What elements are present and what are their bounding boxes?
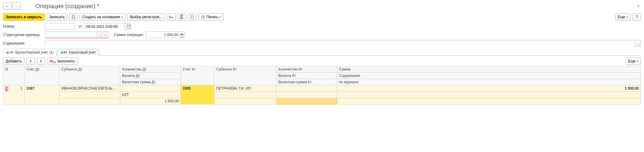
svg-rect-9	[127, 25, 130, 28]
toolbar-more-button[interactable]: Еще	[615, 13, 631, 21]
cell-content[interactable]	[337, 92, 641, 98]
col-sub-kt: Субконто Кт	[214, 66, 276, 85]
blue-flag-icon-button[interactable]: N↙	[167, 13, 176, 21]
dtkt-tax-icon: ДтКт	[61, 51, 67, 54]
col-journal: № журнала	[337, 79, 641, 85]
structural-unit-input[interactable]	[45, 32, 96, 38]
create-based-on-button[interactable]: Создать на основании	[80, 13, 126, 21]
tab-accounting[interactable]: Дт Кт Бухгалтерский учет (1)	[3, 49, 57, 56]
table-row[interactable]: ДтКт 1 3387 ИВАНОВ ВЯЧЕСЛАВ ЕВГЕНЬЕВИЧ 3…	[3, 85, 641, 92]
content-ellipsis-button[interactable]: …	[635, 40, 641, 46]
tab-tax[interactable]: ДтКт Налоговый учет	[57, 49, 99, 56]
select-registers-button[interactable]: Выбор регистров...	[127, 13, 165, 21]
select-unit-button[interactable]: …	[96, 32, 102, 38]
save-button[interactable]: Записать	[46, 13, 67, 21]
number-label: Номер:	[3, 24, 43, 28]
arrow-up-icon: ⬆	[29, 59, 32, 63]
svg-rect-8	[202, 18, 204, 19]
col-acc-kt: Счет Кт	[181, 66, 214, 85]
col-acc-dt: Счет Дт	[25, 66, 59, 85]
dtkt-icon: Дт Кт	[6, 51, 13, 54]
add-row-button[interactable]: Добавить	[3, 58, 25, 65]
calendar-icon[interactable]	[124, 23, 130, 29]
cell-cur-kt[interactable]	[276, 92, 337, 98]
col-n: N	[3, 66, 25, 85]
move-up-button[interactable]: ⬆	[26, 58, 35, 65]
flag-icon: N↙	[169, 15, 174, 19]
content-label: Содержание:	[3, 41, 43, 45]
fill-icon: Дууу	[50, 59, 56, 63]
svg-rect-5	[192, 16, 194, 19]
print-icon	[201, 15, 205, 19]
cell-acc-kt[interactable]: 3385	[181, 85, 214, 104]
cell-acc-dt[interactable]: 3387	[25, 85, 59, 104]
operation-sum-value[interactable]: 1 000,00	[146, 33, 179, 37]
grid-more-button[interactable]: Еще	[625, 58, 641, 65]
document-icon	[71, 15, 76, 19]
print-button[interactable]: Печать	[198, 13, 224, 21]
date-input[interactable]	[85, 23, 124, 30]
content-input[interactable]	[45, 40, 635, 47]
copy-icon-button[interactable]	[188, 13, 196, 21]
arrow-down-icon: ⬇	[39, 59, 42, 63]
table-row[interactable]: KZT	[3, 92, 641, 98]
col-content: Содержание	[337, 73, 641, 79]
cell-sub-dt[interactable]: ИВАНОВ ВЯЧЕСЛАВ ЕВГЕНЬЕВИЧ	[59, 85, 120, 92]
fill-button[interactable]: Дууу Заполнить	[47, 58, 78, 65]
from-label: от:	[78, 24, 83, 28]
nav-back-button[interactable]: ←	[3, 2, 12, 10]
copy-icon	[190, 15, 194, 19]
col-sum: Сумма	[337, 66, 641, 73]
table-row[interactable]: 1 000,00	[3, 98, 641, 104]
cell-sub-kt-3[interactable]	[214, 98, 276, 104]
cell-sub-dt-3[interactable]	[59, 98, 120, 104]
col-sub-dt: Субконто Дт	[59, 66, 120, 85]
col-qty-dt: Количество Дт	[120, 66, 181, 73]
col-cursum-dt: Валютная сумма Дт	[120, 79, 181, 85]
page-title: Операция (создание) *	[35, 3, 99, 10]
svg-rect-12	[181, 34, 183, 35]
open-unit-button[interactable]: ▫	[102, 32, 108, 38]
cell-n[interactable]: ДтКт 1	[3, 85, 25, 104]
sum-label: Сумма операции:	[114, 33, 144, 37]
save-and-close-button[interactable]: Записать и закрыть	[3, 13, 45, 21]
svg-rect-7	[202, 15, 204, 17]
nav-forward-button[interactable]: →	[12, 2, 21, 10]
dtkt-icon-button[interactable]: ДтКт	[178, 13, 186, 21]
col-cur-dt: Валюта Дт	[120, 73, 181, 79]
col-cursum-kt: Валютная сумма Кт	[276, 79, 337, 85]
document-icon-button[interactable]	[69, 13, 78, 21]
cell-sub-kt[interactable]: ПЕТРАЧЕВА Т.И. ИП	[214, 85, 276, 92]
cell-qty-dt[interactable]	[120, 85, 181, 92]
col-qty-kt: Количество Кт	[276, 66, 337, 73]
unit-label: Структурная единица:	[3, 33, 43, 37]
number-input[interactable]	[45, 23, 75, 30]
help-button[interactable]: ?	[632, 13, 641, 21]
cell-cursum-dt[interactable]: 1 000,00	[120, 98, 181, 104]
cell-cursum-kt-selected[interactable]	[276, 98, 337, 104]
entries-grid[interactable]: N Счет Дт Субконто Дт Количество Дт Счет…	[3, 66, 641, 104]
cell-sub-dt-2[interactable]	[59, 92, 120, 98]
cell-sum[interactable]: 1 000,00	[337, 85, 641, 92]
cell-journal[interactable]	[337, 98, 641, 104]
close-icon[interactable]: ×	[636, 3, 641, 9]
move-down-button[interactable]: ⬇	[37, 58, 45, 65]
cell-qty-kt[interactable]	[276, 85, 337, 92]
dtkt-icon: ДтКт	[180, 14, 183, 20]
col-cur-kt: Валюта Кт	[276, 73, 337, 79]
cell-sub-kt-2[interactable]	[214, 92, 276, 98]
cell-cur-dt[interactable]: KZT	[120, 92, 181, 98]
dtkt-row-icon: ДтКт	[5, 86, 8, 92]
calculator-icon[interactable]	[179, 32, 185, 38]
